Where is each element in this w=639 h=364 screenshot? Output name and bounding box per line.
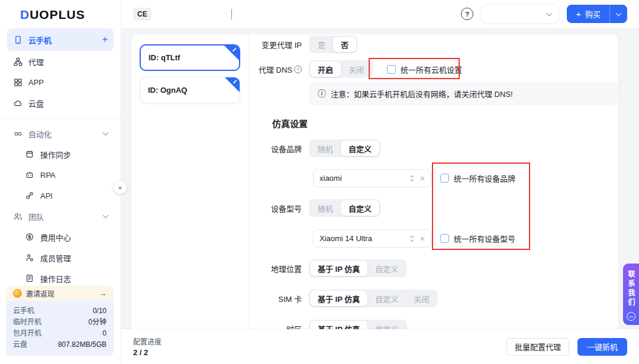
device-brand-option-random[interactable]: 随机 — [310, 141, 341, 156]
robot-icon — [25, 170, 34, 180]
document-icon — [25, 274, 34, 283]
proxy-dns-option-off[interactable]: 关闭 — [341, 61, 372, 77]
stat-row-monthly-boot: 包月开机 0 — [13, 328, 106, 339]
invite-cashback-banner[interactable]: 邀请返现 → — [6, 286, 114, 301]
clear-icon[interactable]: × — [420, 174, 425, 183]
chevron-down-icon — [547, 10, 553, 16]
topbar: CE ? + 购买 — [121, 0, 639, 28]
checkbox-icon[interactable] — [440, 234, 449, 243]
info-icon: ⓘ — [318, 89, 326, 98]
question-circle-icon[interactable]: ? — [294, 66, 302, 73]
help-icon[interactable]: ? — [461, 8, 473, 20]
sidebar-item-api[interactable]: API — [7, 186, 114, 206]
sidebar-item-cloud-phone[interactable]: 云手机 + — [7, 28, 114, 51]
chevron-down-icon — [103, 130, 109, 136]
add-cloud-phone-button[interactable]: + — [102, 34, 108, 45]
sidebar-item-rpa[interactable]: RPA — [7, 165, 114, 185]
geo-option-custom[interactable]: 自定义 — [367, 261, 406, 276]
check-icon: ✓ — [233, 78, 238, 86]
sidebar-item-operation-sync[interactable]: 操作同步 — [7, 144, 114, 164]
sidebar-item-member-management[interactable]: 成员管理 — [7, 248, 114, 268]
checkbox-icon[interactable] — [440, 174, 449, 183]
device-brand-segmented: 随机 自定义 — [309, 139, 380, 157]
sidebar-item-label: 费用中心 — [40, 232, 71, 243]
sim-option-ip[interactable]: 基于 IP 仿真 — [310, 291, 367, 306]
sidebar-group-automation[interactable]: 自动化 — [7, 124, 114, 144]
timezone-option-custom[interactable]: 自定义 — [367, 321, 406, 329]
sidebar-item-label: 自动化 — [28, 128, 51, 139]
row-label: 设备品牌 — [253, 143, 309, 154]
arrow-right-icon: → — [99, 289, 106, 298]
infinity-icon — [13, 129, 22, 138]
plus-icon: + — [576, 9, 581, 19]
buy-label: 购买 — [585, 8, 601, 20]
device-model-select[interactable]: Xiaomi 14 Ultra × — [313, 229, 431, 248]
geo-segmented: 基于 IP 仿真 自定义 — [309, 259, 407, 277]
logo-text: UOPLUS — [30, 8, 85, 21]
stat-value: 0分钟 — [88, 317, 106, 328]
topbar-select[interactable] — [481, 4, 559, 24]
phone-icon — [13, 35, 22, 44]
chevron-down-icon — [103, 213, 109, 219]
app-grid-icon — [13, 77, 22, 87]
sidebar-collapse-button[interactable]: « — [114, 181, 127, 194]
contact-us-widget[interactable]: 联系我们 ••• — [623, 264, 639, 325]
proxy-ip-option-yes[interactable]: 是 — [310, 37, 333, 52]
clear-icon[interactable]: × — [420, 234, 425, 243]
sidebar-item-operation-logs[interactable]: 操作日志 — [7, 268, 114, 288]
geo-option-ip[interactable]: 基于 IP 仿真 — [310, 261, 367, 276]
device-card-OgnAQ[interactable]: ID: OgnAQ ✓ — [140, 77, 240, 103]
sidebar-item-label: API — [40, 191, 53, 200]
settings-panel: 变更代理 IP 是 否 代理 DNS ? 开启 关闭 统一所有云机设 — [249, 34, 618, 329]
sidebar-divider — [0, 118, 121, 119]
member-icon — [25, 253, 34, 262]
proxy-dns-option-on[interactable]: 开启 — [310, 61, 341, 77]
unify-all-models-checkbox-group[interactable]: 统一所有设备型号 — [440, 233, 515, 244]
device-brand-option-custom[interactable]: 自定义 — [341, 141, 379, 156]
device-card-qTLtf[interactable]: ID: qTLtf ✓ — [140, 44, 240, 71]
chat-bubble-icon[interactable]: ••• — [627, 312, 635, 321]
device-model-option-random[interactable]: 随机 — [310, 200, 341, 216]
sidebar-menu: 云手机 + 代理 APP 云盘 自动化 操作同步 RPA — [0, 25, 121, 288]
sim-option-custom[interactable]: 自定义 — [367, 291, 406, 306]
sidebar-item-billing-center[interactable]: 费用中心 — [7, 227, 114, 247]
stat-value: 807.82MB/5GB — [58, 339, 106, 350]
config-progress: 配置进度 2 / 2 — [133, 336, 162, 357]
select-value: Xiaomi 14 Ultra — [320, 234, 409, 243]
config-dialog: ID: qTLtf ✓ ID: OgnAQ ✓ 变更代理 IP 是 否 — [131, 34, 618, 329]
batch-config-proxy-button[interactable]: 批量配置代理 — [506, 338, 569, 356]
workspace-badge[interactable]: CE — [133, 8, 151, 21]
stat-value: 0 — [102, 328, 106, 339]
unify-all-machines-checkbox-group[interactable]: 统一所有云机设置 — [387, 64, 462, 75]
one-click-new-machine-button[interactable]: 一键新机 — [577, 338, 627, 356]
quota-stats-panel: 云手机 0/10 临时开机 0分钟 包月开机 0 云盘 807.82MB/5GB — [6, 301, 114, 356]
checkbox-label: 统一所有设备型号 — [454, 233, 515, 244]
stat-label: 云手机 — [13, 306, 34, 317]
buy-split-button[interactable]: + 购买 — [567, 5, 627, 23]
checkbox-icon[interactable] — [387, 65, 396, 74]
buy-button[interactable]: + 购买 — [567, 5, 609, 23]
workspace-dropdown-toggle[interactable] — [231, 9, 232, 20]
checkbox-label: 统一所有云机设置 — [401, 64, 462, 75]
device-model-option-custom[interactable]: 自定义 — [341, 200, 379, 216]
sim-option-off[interactable]: 关闭 — [406, 291, 437, 306]
row-label: 设备型号 — [253, 203, 309, 214]
sidebar-item-app[interactable]: APP — [7, 72, 114, 92]
device-list-panel: ID: qTLtf ✓ ID: OgnAQ ✓ — [131, 34, 249, 329]
proxy-ip-segmented: 是 否 — [309, 35, 357, 53]
stat-row-cloud-phone: 云手机 0/10 — [13, 306, 106, 317]
buy-dropdown-toggle[interactable] — [610, 5, 627, 23]
stat-row-cloud-disk: 云盘 807.82MB/5GB — [13, 339, 106, 350]
footer-bar: 配置进度 2 / 2 批量配置代理 一键新机 — [121, 329, 639, 364]
row-device-model: 设备型号 随机 自定义 — [253, 199, 618, 217]
unify-all-brands-checkbox-group[interactable]: 统一所有设备品牌 — [440, 173, 515, 184]
sidebar-item-cloud-disk[interactable]: 云盘 — [7, 93, 114, 113]
timezone-option-ip[interactable]: 基于 IP 仿真 — [310, 321, 367, 329]
row-label: 代理 DNS ? — [253, 64, 309, 75]
chevron-down-icon — [231, 9, 232, 20]
api-plug-icon — [25, 191, 34, 200]
proxy-ip-option-no[interactable]: 否 — [333, 37, 356, 52]
sidebar-item-proxy[interactable]: 代理 — [7, 51, 114, 72]
sidebar-group-team[interactable]: 团队 — [7, 206, 114, 226]
device-brand-select[interactable]: xiaomi × — [313, 169, 431, 187]
